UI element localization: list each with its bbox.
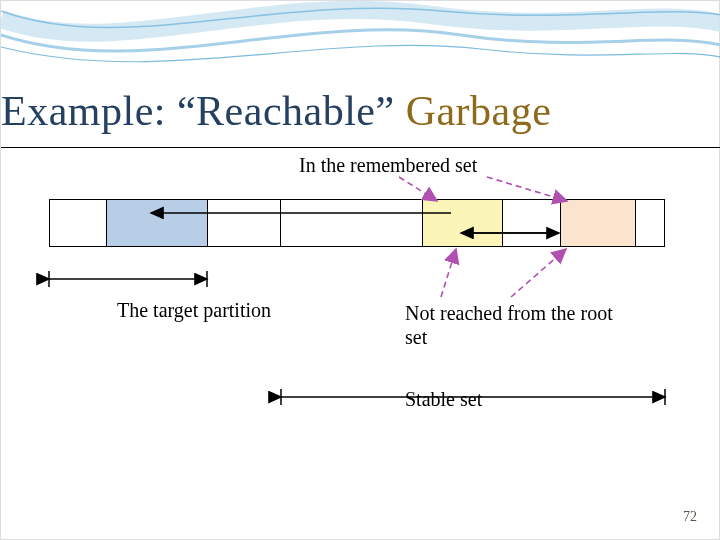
slide: Example: “Reachable” Garbage In the reme…	[0, 0, 720, 540]
segment-empty-2	[636, 200, 664, 246]
label-target-partition: The target partition	[117, 298, 271, 322]
partition-bar	[49, 199, 665, 247]
title-part4: Garbage	[406, 88, 552, 134]
svg-line-6	[511, 249, 566, 297]
svg-line-5	[441, 249, 456, 297]
page-number: 72	[683, 509, 697, 525]
segment-empty-0	[50, 200, 106, 246]
arrows-overlay	[1, 1, 720, 540]
segment-remembered-orange	[560, 200, 636, 246]
segment-stable-start	[280, 200, 422, 246]
header-wave-decoration	[1, 1, 720, 91]
slide-title: Example: “Reachable” Garbage	[1, 87, 551, 135]
segment-stable-gap	[502, 200, 560, 246]
label-not-reached: Not reached from the root set	[405, 301, 625, 349]
title-underline	[1, 147, 720, 148]
label-stable-set: Stable set	[405, 387, 482, 411]
label-remembered-set: In the remembered set	[299, 153, 477, 177]
svg-line-0	[399, 177, 437, 201]
segment-target-partition	[106, 200, 208, 246]
segment-empty-1	[208, 200, 280, 246]
segment-remembered-yellow	[422, 200, 502, 246]
svg-line-1	[487, 177, 567, 201]
title-part1: Example: “	[1, 88, 196, 134]
title-part2: Reachable	[196, 88, 375, 134]
title-part3: ”	[375, 88, 405, 134]
